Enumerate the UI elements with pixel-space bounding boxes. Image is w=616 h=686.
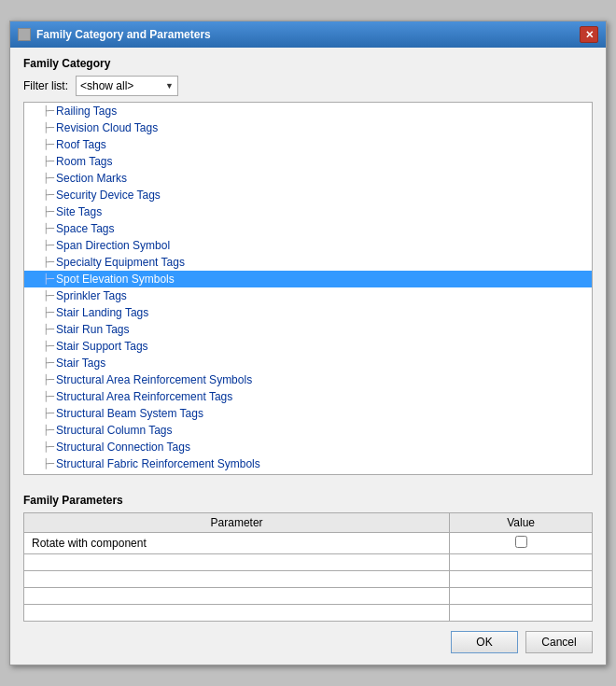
list-item[interactable]: Revision Cloud Tags (24, 119, 592, 136)
filter-select-wrapper[interactable]: <show all> (76, 76, 178, 96)
dialog-title: Family Category and Parameters (36, 28, 211, 41)
col-header-value: Value (450, 513, 593, 533)
list-item[interactable]: Spot Elevation Symbols (24, 271, 592, 287)
list-item[interactable]: Structural Area Reinforcement Tags (24, 388, 592, 405)
filter-list-label: Filter list: (23, 79, 68, 92)
list-item[interactable]: Section Marks (24, 170, 592, 187)
category-list[interactable]: Railing TagsRevision Cloud TagsRoof Tags… (23, 102, 593, 475)
list-item[interactable]: Sprinkler Tags (24, 287, 592, 304)
param-checkbox[interactable] (515, 536, 527, 548)
param-row: Rotate with component (24, 533, 593, 554)
family-parameters-section: Family Parameters Parameter Value Rotate… (10, 494, 606, 622)
list-item[interactable]: Structural Fabric Reinforcement Symbols (24, 455, 592, 472)
dialog-icon (18, 28, 31, 41)
list-item[interactable]: Space Tags (24, 220, 592, 237)
list-item[interactable]: Room Tags (24, 153, 592, 170)
list-item[interactable]: Specialty Equipment Tags (24, 254, 592, 271)
parameters-table: Parameter Value Rotate with component (23, 512, 593, 622)
list-item[interactable]: Structural Beam System Tags (24, 405, 592, 422)
list-item[interactable]: Security Device Tags (24, 187, 592, 203)
list-item[interactable]: Site Tags (24, 203, 592, 220)
list-item[interactable]: Stair Support Tags (24, 338, 592, 355)
list-item[interactable]: Roof Tags (24, 136, 592, 153)
param-empty-row (24, 588, 593, 605)
list-item[interactable]: Railing Tags (24, 103, 592, 119)
title-bar: Family Category and Parameters ✕ (10, 21, 606, 48)
close-button[interactable]: ✕ (580, 26, 598, 43)
list-item[interactable]: Span Direction Symbol (24, 237, 592, 254)
family-parameters-label: Family Parameters (23, 494, 593, 507)
param-empty-row (24, 571, 593, 588)
param-empty-row (24, 554, 593, 571)
param-value[interactable] (450, 533, 593, 554)
list-item[interactable]: Stair Run Tags (24, 321, 592, 338)
list-item[interactable]: Structural Area Reinforcement Symbols (24, 371, 592, 388)
list-item[interactable]: Structural Column Tags (24, 422, 592, 439)
list-item[interactable]: Structural Connection Tags (24, 439, 592, 455)
filter-select[interactable]: <show all> (76, 76, 178, 96)
list-item[interactable]: Stair Landing Tags (24, 304, 592, 321)
filter-row: Filter list: <show all> (23, 76, 593, 96)
list-item[interactable]: Stair Tags (24, 355, 592, 371)
list-item[interactable]: Structural Fabric Reinforcement Tags (24, 472, 592, 475)
family-category-label: Family Category (23, 57, 593, 70)
param-empty-row (24, 605, 593, 622)
param-name: Rotate with component (24, 533, 450, 554)
cancel-button[interactable]: Cancel (525, 631, 593, 653)
col-header-parameter: Parameter (24, 513, 450, 533)
button-row: OK Cancel (10, 622, 606, 665)
dialog-body: Family Category Filter list: <show all> … (10, 48, 606, 484)
ok-button[interactable]: OK (451, 631, 518, 653)
dialog-family-category-parameters: Family Category and Parameters ✕ Family … (9, 21, 607, 665)
